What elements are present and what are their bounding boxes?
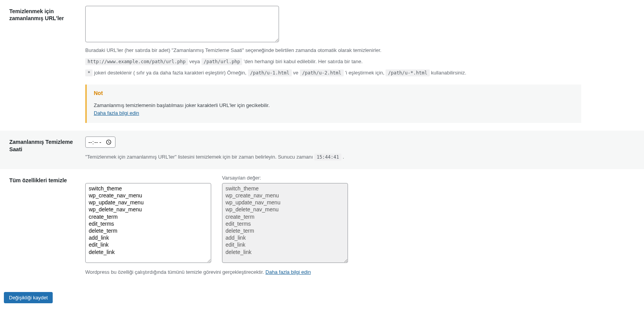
scheduled-urls-desc1: Buradaki URL'ler (her satırda bir adet) … [85,47,640,55]
row-scheduled-urls: Temizlenmek için zamanlanmış URL'ler Bur… [0,0,644,131]
default-value-label: Varsayılan değer: [222,175,348,182]
purge-hooks-textarea[interactable] [85,183,211,263]
example-path-code: /path/url.php [201,58,243,65]
server-time-code: 15:44:41 [314,154,341,161]
purge-all-desc: Wordpress bu özelliği çalıştırdığında tü… [85,268,640,276]
row-scheduled-time: Zamanlanmış Temizleme Saati "Temizlenmek… [0,131,644,169]
label-purge-all: Tüm özellikleri temizle [0,169,85,284]
purge-hooks-default-textarea [222,183,348,263]
scheduled-time-desc: "Temizlenmek için zamanlanmış URL'ler" l… [85,153,640,161]
row-purge-all: Tüm özellikleri temizle Varsayılan değer… [0,169,644,284]
label-scheduled-time: Zamanlanmış Temizleme Saati [0,131,85,169]
wildcard-code: * [85,69,93,76]
note-box: Not Zamanlanmış temizlemenin başlatılmas… [85,85,581,123]
scheduled-urls-desc3: * jokeri desteklenir ( sıfır ya da daha … [85,69,640,77]
example-ustar-code: /path/u-*.html [386,69,429,76]
note-text: Zamanlanmış temizlemenin başlatılması jo… [94,102,574,117]
scheduled-urls-desc2: http://www.example.com/path/url.php veya… [85,58,640,66]
example-full-url-code: http://www.example.com/path/url.php [85,58,188,65]
purge-learn-more-link[interactable]: Daha fazla bilgi edin [265,269,311,275]
example-u1-code: /path/u-1.html [248,69,292,76]
note-title: Not [94,90,574,96]
example-u2-code: /path/u-2.html [300,69,344,76]
note-learn-more-link[interactable]: Daha fazla bilgi edin [94,110,139,116]
save-button[interactable]: Değişikliği kaydet [4,292,53,303]
scheduled-urls-textarea[interactable] [85,6,279,42]
scheduled-time-input[interactable] [85,136,115,148]
label-scheduled-urls: Temizlenmek için zamanlanmış URL'ler [0,0,85,131]
